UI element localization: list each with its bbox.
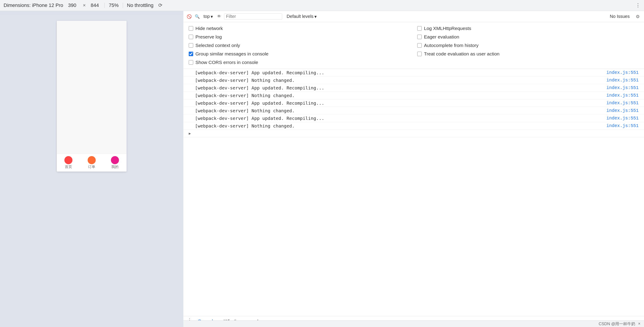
log-link-0[interactable]: index.js:551	[606, 70, 639, 75]
log-levels-label: Default levels	[287, 14, 314, 19]
hide-network-checkbox[interactable]	[189, 26, 193, 31]
context-selector[interactable]: top ▾	[202, 14, 214, 19]
settings-col1: Hide network Preserve log Selected conte…	[189, 26, 410, 65]
separator2	[123, 3, 123, 8]
log-row-5: [webpack-dev-server] Nothing changed. in…	[183, 107, 644, 114]
nav-item-home[interactable]: 首页	[64, 156, 72, 169]
log-link-3[interactable]: index.js:551	[606, 93, 639, 98]
nav-label-home: 首页	[65, 164, 72, 169]
filter-input[interactable]	[224, 14, 282, 20]
device-label[interactable]: Dimensions: iPhone 12 Pro	[2, 2, 65, 9]
throttle-selector[interactable]: No throttling	[125, 2, 156, 9]
group-similar-row[interactable]: Group similar messages in console	[189, 51, 410, 56]
log-text-2: [webpack-dev-server] App updated. Recomp…	[195, 85, 606, 90]
nav-icon-profile	[111, 156, 119, 164]
preserve-log-label: Preserve log	[196, 34, 222, 40]
log-xmlhttprequests-label: Log XMLHttpRequests	[424, 26, 471, 31]
log-row-7: [webpack-dev-server] Nothing changed. in…	[183, 122, 644, 130]
selected-context-row[interactable]: Selected context only	[189, 43, 410, 48]
group-similar-checkbox[interactable]	[189, 52, 193, 56]
log-link-4[interactable]: index.js:551	[606, 100, 639, 106]
width-input[interactable]: 390	[66, 2, 80, 9]
autocomplete-label: Autocomplete from history	[424, 43, 478, 48]
log-xmlhttprequests-checkbox[interactable]	[417, 26, 422, 31]
status-bar: CSDN @用一杯牛奶 ×	[183, 320, 644, 327]
device-frame: 首页 订单 我的	[57, 21, 126, 172]
console-toolbar: 🚫 🔍 top ▾ 👁 Default levels ▾ No Issues ⚙	[183, 11, 644, 22]
device-nav: 首页 订单 我的	[57, 154, 126, 172]
log-link-1[interactable]: index.js:551	[606, 78, 639, 83]
device-content	[57, 21, 126, 154]
settings-col2: Log XMLHttpRequests Eager evaluation Aut…	[417, 26, 639, 65]
nav-label-profile: 我的	[111, 164, 118, 169]
group-similar-label: Group similar messages in console	[196, 51, 268, 56]
log-link-2[interactable]: index.js:551	[606, 85, 639, 90]
log-expand-row[interactable]: ▶	[183, 130, 644, 137]
log-row-4: [webpack-dev-server] App updated. Recomp…	[183, 99, 644, 107]
dimension-x: ×	[81, 2, 88, 9]
status-text: CSDN @用一杯牛奶	[598, 321, 635, 326]
log-text-6: [webpack-dev-server] App updated. Recomp…	[195, 116, 606, 121]
treat-code-row[interactable]: Treat code evaluation as user action	[417, 51, 639, 56]
context-value: top	[204, 14, 210, 19]
nav-icon-order	[88, 156, 96, 164]
autocomplete-row[interactable]: Autocomplete from history	[417, 43, 639, 48]
height-input[interactable]: 844	[89, 2, 102, 9]
treat-code-label: Treat code evaluation as user action	[424, 51, 500, 56]
eager-eval-row[interactable]: Eager evaluation	[417, 34, 639, 40]
devtools-panel: Elements Console Sources Network Perform…	[183, 0, 644, 327]
more-options-icon[interactable]: ⋮	[634, 2, 642, 8]
levels-chevron: ▾	[314, 14, 317, 19]
treat-code-checkbox[interactable]	[417, 52, 422, 56]
log-text-5: [webpack-dev-server] Nothing changed.	[195, 108, 606, 114]
log-row-0: [webpack-dev-server] App updated. Recomp…	[183, 69, 644, 76]
hide-network-label: Hide network	[196, 26, 223, 31]
console-log[interactable]: [webpack-dev-server] App updated. Recomp…	[183, 69, 644, 316]
status-close-icon[interactable]: ×	[638, 322, 640, 326]
nav-icon-home	[64, 156, 72, 164]
preserve-log-row[interactable]: Preserve log	[189, 34, 410, 40]
log-row-2: [webpack-dev-server] App updated. Recomp…	[183, 84, 644, 92]
context-chevron: ▾	[211, 14, 213, 19]
eager-eval-label: Eager evaluation	[424, 34, 459, 40]
settings-gear-icon[interactable]: ⚙	[634, 13, 641, 20]
top-bar: Dimensions: iPhone 12 Pro 390 × 844 75% …	[0, 0, 644, 11]
log-link-6[interactable]: index.js:551	[606, 116, 639, 121]
log-text-1: [webpack-dev-server] Nothing changed.	[195, 78, 606, 83]
console-settings: Hide network Preserve log Selected conte…	[183, 22, 644, 69]
log-link-7[interactable]: index.js:551	[606, 123, 639, 128]
cors-errors-checkbox[interactable]	[189, 60, 193, 65]
selected-context-label: Selected context only	[196, 43, 240, 48]
log-xmlhttprequests-row[interactable]: Log XMLHttpRequests	[417, 26, 639, 31]
eager-eval-checkbox[interactable]	[417, 35, 422, 39]
log-text-7: [webpack-dev-server] Nothing changed.	[195, 123, 606, 128]
log-row-6: [webpack-dev-server] App updated. Recomp…	[183, 114, 644, 122]
no-issues-label: No Issues	[607, 14, 632, 19]
log-row-1: [webpack-dev-server] Nothing changed. in…	[183, 76, 644, 84]
filter-icon[interactable]: 🔍	[194, 14, 200, 20]
cors-errors-label: Show CORS errors in console	[196, 60, 258, 65]
log-text-4: [webpack-dev-server] App updated. Recomp…	[195, 100, 606, 106]
log-row-3: [webpack-dev-server] Nothing changed. in…	[183, 92, 644, 99]
cors-errors-row[interactable]: Show CORS errors in console	[189, 60, 410, 65]
eye-icon[interactable]: 👁	[216, 14, 222, 20]
preserve-log-checkbox[interactable]	[189, 35, 193, 39]
expand-icon[interactable]: ▶	[189, 131, 191, 136]
nav-item-order[interactable]: 订单	[88, 156, 96, 169]
ruler-bar	[0, 11, 183, 16]
log-text-3: [webpack-dev-server] Nothing changed.	[195, 93, 606, 98]
hide-network-row[interactable]: Hide network	[189, 26, 410, 31]
autocomplete-checkbox[interactable]	[417, 43, 422, 48]
clear-console-icon[interactable]: 🚫	[186, 14, 192, 20]
rotate-icon[interactable]: ⟳	[158, 2, 162, 8]
zoom-selector[interactable]: 75%	[107, 2, 120, 9]
selected-context-checkbox[interactable]	[189, 43, 193, 48]
nav-item-profile[interactable]: 我的	[111, 156, 119, 169]
nav-label-order: 订单	[88, 164, 95, 169]
device-area: 首页 订单 我的	[0, 16, 183, 327]
log-link-5[interactable]: index.js:551	[606, 108, 639, 113]
log-text-0: [webpack-dev-server] App updated. Recomp…	[195, 70, 606, 76]
separator	[104, 3, 105, 8]
log-levels-selector[interactable]: Default levels ▾	[284, 14, 319, 19]
